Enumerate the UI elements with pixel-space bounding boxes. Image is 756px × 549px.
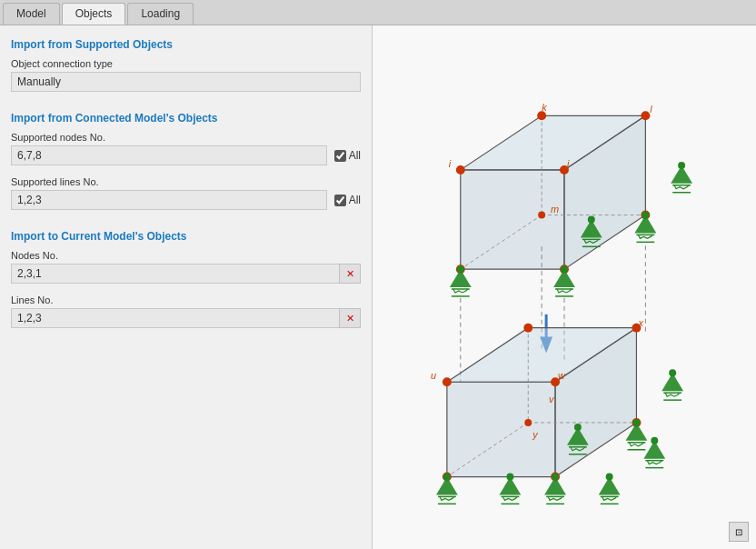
svg-marker-0 [461,170,564,269]
section2-title: Import from Connected Model's Objects [11,112,361,125]
svg-point-36 [678,162,685,169]
svg-point-81 [669,369,676,376]
nodes-clear-button[interactable]: ✕ [339,264,361,284]
supported-nodes-input[interactable] [11,145,327,165]
lines-clear-button[interactable]: ✕ [339,308,361,328]
tab-model[interactable]: Model [3,3,60,25]
svg-point-65 [443,474,451,481]
svg-text:x: x [637,317,643,328]
viewport-controls: ⊡ [729,522,749,542]
svg-point-20 [457,265,464,273]
nodes-no-group: Nodes No. ✕ [11,250,361,284]
right-panel: i j k l m [373,25,756,549]
tab-loading[interactable]: Loading [127,3,194,25]
object-connection-group: Object connection type [11,58,361,92]
svg-text:y: y [532,429,538,440]
svg-point-53 [523,324,532,333]
left-panel: Import from Supported Objects Object con… [0,25,373,549]
svg-point-9 [641,111,650,120]
main-container: Model Objects Loading Import from Suppor… [0,0,756,549]
supported-lines-group: Supported lines No. All [11,176,361,210]
svg-point-85 [506,474,513,481]
fit-view-icon: ⊡ [735,527,742,537]
lines-no-label: Lines No. [11,294,361,305]
section3-title: Import to Current Model's Objects [11,230,361,243]
all-nodes-label: All [349,149,361,162]
svg-text:w: w [558,370,566,381]
lines-clear-icon: ✕ [346,313,354,324]
svg-text:m: m [551,204,559,215]
svg-point-28 [588,216,595,224]
svg-text:k: k [542,102,547,113]
svg-point-93 [651,437,658,444]
svg-text:v: v [549,394,554,404]
svg-point-57 [524,419,532,426]
svg-point-73 [574,424,582,431]
lines-no-row: ✕ [11,308,361,328]
svg-point-69 [552,474,559,481]
all-lines-checkbox[interactable] [334,195,346,206]
svg-point-32 [642,212,649,219]
tab-objects[interactable]: Objects [62,3,126,25]
svg-point-77 [632,419,640,426]
nodes-no-input[interactable] [11,264,339,284]
supported-nodes-group: Supported nodes No. All [11,132,361,165]
svg-point-89 [606,474,613,481]
svg-point-51 [443,377,452,386]
content-area: Import from Supported Objects Object con… [0,25,756,549]
supported-nodes-row: All [11,145,361,165]
svg-text:i: i [449,158,452,169]
fit-view-button[interactable]: ⊡ [729,522,749,542]
lines-no-group: Lines No. ✕ [11,294,361,328]
structural-diagram: i j k l m [373,25,756,549]
svg-text:l: l [650,104,652,115]
all-lines-label: All [349,194,361,206]
nodes-clear-icon: ✕ [346,268,354,280]
all-lines-checkbox-label[interactable]: All [334,194,361,206]
supported-lines-row: All [11,190,361,210]
object-connection-input[interactable] [11,72,361,92]
all-nodes-checkbox-label[interactable]: All [334,149,361,162]
supported-lines-input[interactable] [11,190,327,210]
svg-marker-45 [447,382,555,476]
svg-point-6 [456,165,465,175]
supported-lines-label: Supported lines No. [11,176,361,187]
svg-point-12 [538,212,545,219]
3d-viewport[interactable]: i j k l m [373,25,756,549]
nodes-no-label: Nodes No. [11,250,361,261]
all-nodes-checkbox[interactable] [334,150,346,162]
nodes-no-row: ✕ [11,264,361,284]
section1-title: Import from Supported Objects [11,38,361,51]
supported-nodes-label: Supported nodes No. [11,132,361,143]
svg-point-24 [561,265,568,273]
object-connection-label: Object connection type [11,58,361,69]
tab-bar: Model Objects Loading [0,0,756,25]
svg-text:u: u [431,370,436,381]
lines-no-input[interactable] [11,308,339,328]
